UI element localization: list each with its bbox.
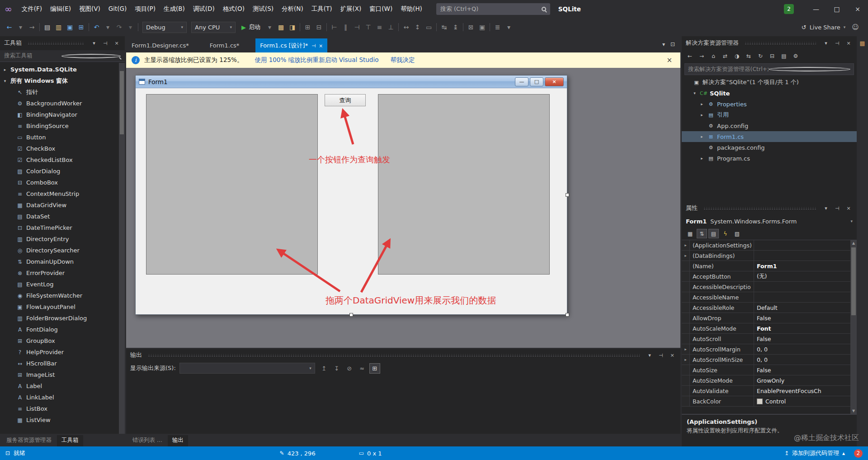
toolbox-item[interactable]: ≡ ContextMenuStrip	[0, 188, 125, 199]
word-wrap-icon[interactable]: ≈	[357, 363, 368, 374]
close-infobar-icon[interactable]: ×	[664, 56, 675, 64]
toolbar-separator[interactable]	[461, 22, 465, 33]
back-caret-icon[interactable]: ▾	[15, 22, 26, 33]
property-value[interactable]: 0, 0	[754, 355, 850, 365]
AccessibleRole[interactable]: AccessibleRole Default	[682, 303, 850, 313]
menu-item[interactable]: 编辑(E)	[46, 3, 75, 15]
bring-to-front-icon[interactable]: ⊠	[465, 22, 476, 33]
property-expander-gutter[interactable]	[682, 396, 690, 406]
properties-icon[interactable]: ⚙	[791, 52, 801, 61]
solution-tree-item[interactable]: ⚙ packages.config	[682, 142, 857, 153]
toolbar-separator[interactable]	[87, 22, 91, 33]
scrollbar-thumb[interactable]	[851, 247, 856, 315]
properties-view-icon[interactable]: ▤	[708, 229, 719, 238]
close-tab-icon[interactable]: ×	[319, 43, 323, 48]
property-expander-gutter[interactable]	[682, 386, 690, 396]
AutoValidate[interactable]: AutoValidate EnablePreventFocusCh	[682, 386, 850, 396]
document-tab[interactable]: Form1.Designer.cs* ⊤ ×	[127, 38, 193, 52]
toolbox-item[interactable]: ⇅ DomainUpDown	[0, 256, 125, 267]
property-pages-icon[interactable]: ▧	[732, 229, 742, 238]
property-expander-gutter[interactable]	[682, 375, 690, 385]
vertical-spacing-icon[interactable]: ↨	[450, 22, 461, 33]
toolbar-separator[interactable]	[434, 22, 439, 33]
window-position-caret-icon[interactable]: ▾	[822, 39, 830, 47]
output-content[interactable]	[126, 375, 680, 434]
menu-item[interactable]: 调试(D)	[189, 3, 219, 15]
menu-item[interactable]: 工具(T)	[307, 3, 336, 15]
property-value[interactable]: EnablePreventFocusCh	[754, 386, 850, 396]
align-middles-icon[interactable]: ≡	[374, 22, 385, 33]
property-value[interactable]: Font	[754, 323, 850, 333]
screenshot-icon[interactable]: ◨	[287, 22, 298, 33]
AcceptButton[interactable]: AcceptButton (无)	[682, 271, 850, 282]
toolbox-item[interactable]: ▾ 所有 Windows 窗体	[0, 75, 125, 86]
property-expander-gutter[interactable]	[682, 313, 690, 323]
solution-tree-item[interactable]: ⚙ App.config	[682, 120, 857, 131]
solution-tree-item[interactable]: ▸ ⚙ Properties	[682, 99, 857, 109]
document-tab[interactable]: Form1.cs [设计]* ⊤ ×	[255, 38, 327, 52]
expander-icon[interactable]: ▸	[699, 113, 705, 117]
close-panel-icon[interactable]: ×	[844, 39, 853, 47]
toolbox-item[interactable]: ◉ FileSystemWatcher	[0, 290, 125, 301]
background-tasks-icon[interactable]: ⊡	[5, 450, 10, 456]
property-value[interactable]: False	[754, 365, 850, 375]
same-width-icon[interactable]: ↔	[401, 22, 412, 33]
toolbox-item[interactable]: ▤ DataSet	[0, 211, 125, 222]
document-tab[interactable]: Form1.cs* ⊤ ×	[205, 38, 244, 52]
window-position-caret-icon[interactable]: ▾	[90, 39, 98, 47]
toolbox-item[interactable]: ↖ 指针	[0, 86, 125, 98]
toolbar-separator[interactable]	[38, 22, 42, 33]
property-value[interactable]: (无)	[754, 271, 850, 281]
BackColor[interactable]: BackColor Control	[682, 396, 850, 407]
close-panel-icon[interactable]: ×	[668, 351, 676, 359]
undo-icon[interactable]: ↶	[91, 22, 102, 33]
toolbox-item[interactable]: A Label	[0, 380, 125, 392]
property-expander-gutter[interactable]	[682, 240, 690, 250]
toolbox-item[interactable]: ▤ EventLog	[0, 279, 125, 290]
scrollbar-thumb[interactable]	[120, 71, 124, 134]
(DataBindings)[interactable]: (DataBindings)	[682, 251, 850, 261]
pin-icon[interactable]: ⊤	[835, 206, 840, 210]
toolbox-item[interactable]: ▥ DirectoryEntry	[0, 233, 125, 245]
jump-next-icon[interactable]: ↧	[331, 363, 342, 374]
scroll-up-icon[interactable]: ▲	[852, 241, 855, 245]
send-to-back-icon[interactable]: ▣	[476, 22, 488, 33]
property-expander-gutter[interactable]	[682, 355, 690, 365]
solution-configurations-combo[interactable]: Debug ▾	[142, 22, 187, 33]
close-button[interactable]: ×	[847, 0, 868, 18]
property-value[interactable]: Control	[754, 396, 850, 406]
solution-explorer-search-input[interactable]: 搜索解决方案资源管理器(Ctrl+;)	[684, 63, 854, 75]
menu-item[interactable]: 视图(V)	[75, 3, 104, 15]
show-grid-icon[interactable]: ⊞	[302, 22, 313, 33]
undo-caret-icon[interactable]: ▾	[102, 22, 113, 33]
switch-views-icon[interactable]: ⇄	[720, 52, 730, 61]
collapsed-panel-icon[interactable]: ▩	[859, 40, 865, 47]
toolbar-options-icon[interactable]: ▾	[503, 22, 514, 33]
panel-grip[interactable]	[148, 354, 640, 356]
back-icon[interactable]: ←	[685, 52, 695, 61]
toolbox-item[interactable]: ⊗ ErrorProvider	[0, 267, 125, 279]
properties-scrollbar[interactable]: ▲ ▼	[850, 240, 857, 414]
toolbox-item[interactable]: A FontDialog	[0, 324, 125, 335]
back-icon[interactable]: ←	[4, 22, 15, 33]
toolbox-item[interactable]: ? HelpProvider	[0, 346, 125, 358]
window-position-caret-icon[interactable]: ▾	[646, 351, 654, 359]
property-expander-gutter[interactable]	[682, 334, 690, 344]
start-debugging-button[interactable]: ▶ 启动	[241, 23, 260, 31]
home-icon[interactable]: ⌂	[708, 52, 718, 61]
save-all-icon[interactable]: ⊞	[75, 22, 87, 33]
form-minimize-button[interactable]: —	[515, 77, 528, 86]
solution-tree-item[interactable]: ▸ ▤ 引用	[682, 109, 857, 120]
collapse-all-icon[interactable]: ⊟	[767, 52, 777, 61]
resize-handle-bottom-right[interactable]	[566, 313, 569, 317]
menu-item[interactable]: 窗口(W)	[365, 3, 396, 15]
toolbar-separator[interactable]	[396, 22, 401, 33]
notifications-badge[interactable]: 2	[784, 4, 794, 14]
events-icon[interactable]: ϟ	[720, 229, 731, 238]
pending-changes-icon[interactable]: ◑	[732, 52, 742, 61]
forward-icon[interactable]: →	[26, 22, 38, 33]
AutoScaleMode[interactable]: AutoScaleMode Font	[682, 323, 850, 334]
property-value[interactable]: False	[754, 313, 850, 323]
toolbox-item[interactable]: ⊟ ComboBox	[0, 177, 125, 188]
output-source-combo[interactable]: ▾	[179, 363, 315, 374]
